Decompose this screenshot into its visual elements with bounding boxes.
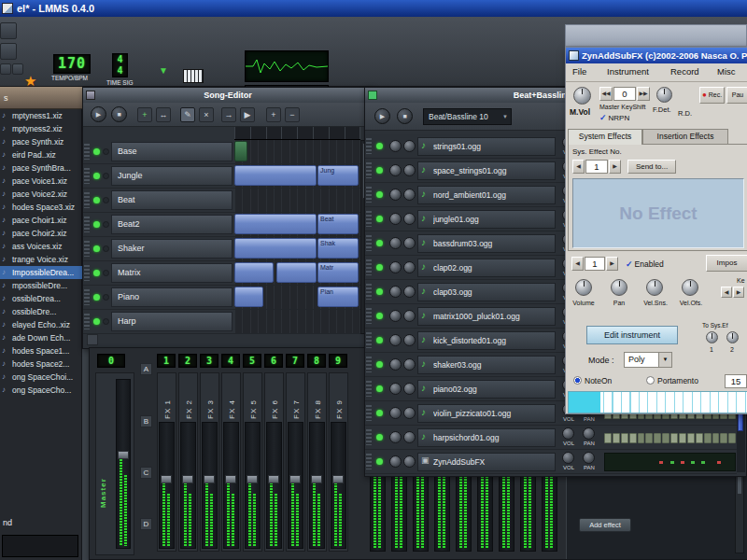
fader-handle[interactable] xyxy=(118,451,129,459)
track-name[interactable]: Beat xyxy=(111,190,233,210)
solo-led[interactable] xyxy=(103,221,109,228)
mute-led[interactable] xyxy=(93,148,100,155)
pan-knob[interactable] xyxy=(583,452,595,464)
fx-channel[interactable]: 6FX 6 xyxy=(264,348,285,555)
track-knob[interactable] xyxy=(389,164,402,176)
pattern-segment[interactable] xyxy=(234,287,263,307)
track-grip[interactable] xyxy=(84,192,90,208)
bank-button[interactable]: D xyxy=(140,518,152,530)
mode-select[interactable]: Poly ▼ xyxy=(624,352,672,368)
list-item[interactable]: ♪hodes Space1... xyxy=(0,344,82,357)
track-grip[interactable] xyxy=(366,187,372,203)
timesig-display[interactable]: 4 4 xyxy=(112,53,128,77)
track-grip[interactable] xyxy=(84,168,90,184)
pattern-segment[interactable]: Beat xyxy=(317,214,359,234)
fader-handle[interactable] xyxy=(289,475,301,483)
track-knob[interactable] xyxy=(403,140,416,152)
track-timeline[interactable]: Pian xyxy=(234,286,360,309)
list-item[interactable]: ♪ong SpaceCho... xyxy=(0,384,82,397)
erase-mode-button[interactable]: × xyxy=(199,107,214,122)
track-knob[interactable] xyxy=(403,431,416,443)
list-item[interactable]: ♪trange Voice.xiz xyxy=(0,253,82,266)
beat-cell[interactable] xyxy=(604,433,612,443)
list-item[interactable]: ♪eird Pad..xiz xyxy=(0,148,82,161)
bank-button[interactable]: C xyxy=(140,467,152,479)
list-item[interactable]: ♪hodes Space2... xyxy=(0,357,82,371)
list-item[interactable]: ♪ossibleDrea... xyxy=(0,292,82,305)
keyshift-decrement-icon[interactable]: ◀◀ xyxy=(599,87,613,101)
track-knob[interactable] xyxy=(403,407,416,419)
bank-button[interactable]: A xyxy=(140,363,152,375)
mute-led[interactable] xyxy=(376,143,383,149)
key-decrement-icon[interactable]: ◀ xyxy=(721,287,732,298)
track-knob[interactable] xyxy=(389,213,402,225)
volume-knob[interactable] xyxy=(575,279,592,296)
track-name[interactable]: Base xyxy=(111,142,233,161)
part-number[interactable]: 1 xyxy=(585,257,605,271)
master-volume-knob[interactable]: ▼ xyxy=(159,65,168,76)
track-name[interactable]: Harp xyxy=(111,312,233,331)
list-item[interactable]: ♪ImpossibleDrea... xyxy=(0,266,82,279)
track-grip[interactable] xyxy=(84,314,90,329)
list-item[interactable]: ♪pace Choir2.xiz xyxy=(0,227,82,240)
track-knob[interactable] xyxy=(403,455,416,468)
track-knob[interactable] xyxy=(389,261,402,273)
pattern-segment[interactable] xyxy=(234,141,247,161)
instrument-name-button[interactable]: ♪shaker03.ogg xyxy=(417,356,556,374)
track-name[interactable]: Piano xyxy=(111,287,233,307)
instrument-name-button[interactable]: ♪violin_pizzicato01.ogg xyxy=(417,404,556,423)
solo-led[interactable] xyxy=(103,318,109,325)
beat-cell[interactable] xyxy=(670,433,678,443)
stop-button[interactable]: ■ xyxy=(111,106,127,122)
fader-handle[interactable] xyxy=(332,475,344,483)
mute-led[interactable] xyxy=(93,245,100,252)
track-grip[interactable] xyxy=(366,138,372,154)
track-knob[interactable] xyxy=(403,164,416,176)
sys-send-1-knob[interactable] xyxy=(706,331,718,343)
mute-led[interactable] xyxy=(93,197,100,203)
track-grip[interactable] xyxy=(366,357,372,372)
beat-cell[interactable] xyxy=(696,433,703,443)
instrument-name-button[interactable]: ▣ZynAddSubFX xyxy=(417,453,556,471)
instrument-name-button[interactable]: ♪clap03.ogg xyxy=(417,283,556,301)
instrument-name-button[interactable]: Impos xyxy=(706,255,747,272)
fx-channel[interactable]: 4FX 4 xyxy=(221,348,242,555)
mute-led[interactable] xyxy=(376,434,383,441)
pattern-segment[interactable]: Pian xyxy=(317,287,359,307)
beat-cell[interactable] xyxy=(621,433,628,443)
mute-led[interactable] xyxy=(376,264,383,271)
pattern-segment[interactable]: Jung xyxy=(317,165,359,186)
tempo-display[interactable]: 170 xyxy=(53,54,91,74)
track-timeline[interactable]: Shak xyxy=(234,237,360,260)
list-item[interactable]: ♪ade Down Ech... xyxy=(0,331,82,344)
solo-led[interactable] xyxy=(103,294,109,301)
fader-handle[interactable] xyxy=(225,475,236,483)
list-item[interactable]: ♪pace Choir1.xiz xyxy=(0,214,82,227)
track-grip[interactable] xyxy=(366,332,372,348)
track-knob[interactable] xyxy=(389,334,402,346)
tab-system-effects[interactable]: System Effects xyxy=(568,129,642,145)
fader-handle[interactable] xyxy=(311,475,322,483)
menu-record[interactable]: Record xyxy=(670,66,699,77)
mute-led[interactable] xyxy=(376,240,383,246)
list-item[interactable]: ♪ong SpaceChoi... xyxy=(0,371,82,384)
track-knob[interactable] xyxy=(389,237,402,249)
track-grip[interactable] xyxy=(84,289,90,305)
sys-effect-increment-icon[interactable]: ▶ xyxy=(609,160,621,174)
song-editor-titlebar[interactable]: Song-Editor xyxy=(83,88,373,103)
instrument-name-button[interactable]: ♪piano02.ogg xyxy=(417,380,556,399)
fx-channel[interactable]: 5FX 5 xyxy=(243,348,263,555)
channel-fader[interactable] xyxy=(159,422,175,549)
channel-fader[interactable] xyxy=(288,422,303,549)
play-button[interactable]: ▶ xyxy=(374,108,390,124)
solo-led[interactable] xyxy=(103,270,109,276)
volume-knob[interactable] xyxy=(562,452,574,464)
track-knob[interactable] xyxy=(403,310,416,322)
tab-insertion-effects[interactable]: Insertion Effects xyxy=(642,129,728,145)
open-project-button[interactable] xyxy=(0,43,17,60)
fx-channel[interactable]: 3FX 3 xyxy=(200,348,220,555)
mute-led[interactable] xyxy=(376,313,383,319)
list-item[interactable]: ♪mptyness1.xiz xyxy=(0,109,82,122)
fader-handle[interactable] xyxy=(161,475,172,483)
add-effect-button[interactable]: Add effect xyxy=(579,518,631,532)
